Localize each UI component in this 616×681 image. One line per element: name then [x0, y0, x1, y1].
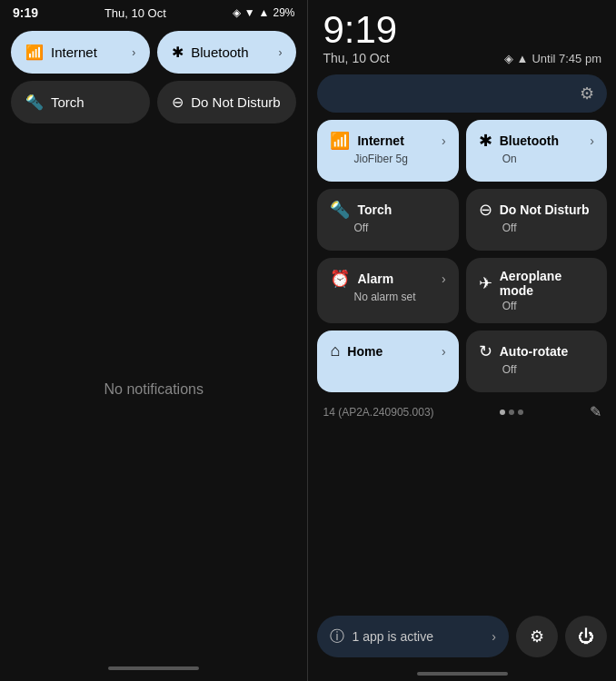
plane-icon: ✈ [479, 273, 492, 293]
qs-bluetooth-sub: On [479, 153, 594, 165]
dot-2 [509, 410, 514, 415]
qs-tile-home[interactable]: ⌂ Home › [317, 331, 458, 392]
until-text: Until 7:45 pm [532, 52, 601, 65]
no-notifications-text: No notifications [104, 381, 204, 398]
left-tile-bluetooth[interactable]: ✱ Bluetooth › [157, 31, 296, 74]
bottom-bar: ⓘ 1 app is active › ⚙ ⏻ [317, 608, 607, 666]
alarm-icon: ⏰ [330, 269, 350, 289]
qs-tile-autorotate[interactable]: ↻ Auto-rotate Off [466, 331, 607, 392]
qs-torch-title: Torch [357, 202, 392, 217]
bluetooth-icon: ✱ [479, 131, 492, 151]
settings-button[interactable]: ⚙ [516, 616, 558, 657]
edit-icon[interactable]: ✎ [590, 403, 601, 420]
left-tile-internet-label: Internet [51, 44, 124, 60]
active-app-text: 1 app is active [352, 629, 484, 644]
settings-gear-icon[interactable]: ⚙ [580, 84, 594, 104]
chevron-right-icon: › [492, 629, 496, 644]
chevron-right-icon: › [132, 46, 135, 59]
torch-icon: 🔦 [330, 200, 350, 220]
qs-aeroplane-title: Aeroplane mode [500, 269, 594, 298]
battery-text: 29% [273, 6, 294, 19]
chevron-right-icon: › [590, 133, 594, 148]
dnd-icon: ⊖ [172, 94, 184, 111]
wifi-icon: 📶 [25, 44, 44, 61]
qs-bluetooth-title: Bluetooth [500, 133, 559, 148]
qs-dnd-title: Do Not Disturb [500, 202, 590, 217]
notification-area: No notifications [0, 123, 307, 656]
dot-1 [500, 410, 505, 415]
torch-icon: 🔦 [25, 94, 44, 111]
alarm-until-icon: ◈ [504, 52, 513, 65]
left-time: 9:19 [13, 5, 38, 20]
power-icon: ⏻ [578, 627, 594, 646]
right-time: 9:19 [317, 0, 607, 49]
vpn-icon: ◈ [233, 6, 241, 19]
chevron-right-icon: › [278, 46, 282, 59]
wifi-status-icon: ▲ [517, 52, 529, 65]
chevron-right-icon: › [442, 133, 446, 148]
gear-icon: ⚙ [530, 627, 544, 646]
dots-row [500, 410, 523, 415]
home-bar [108, 666, 199, 670]
home-bar [417, 672, 508, 676]
chevron-right-icon: › [442, 344, 446, 359]
qs-internet-title: Internet [357, 133, 403, 148]
right-date-row: Thu, 10 Oct ◈ ▲ Until 7:45 pm [317, 49, 607, 71]
right-until: ◈ ▲ Until 7:45 pm [504, 52, 601, 65]
qs-tile-torch[interactable]: 🔦 Torch Off [317, 189, 458, 251]
info-icon: ⓘ [330, 627, 344, 646]
left-tile-dnd-label: Do Not Disturb [191, 94, 282, 110]
qs-tile-aeroplane[interactable]: ✈ Aeroplane mode Off [466, 258, 607, 323]
active-app-pill[interactable]: ⓘ 1 app is active › [317, 616, 509, 657]
left-status-date: Thu, 10 Oct [104, 6, 166, 20]
qs-internet-sub: JioFiber 5g [330, 153, 445, 165]
qs-aeroplane-sub: Off [479, 300, 594, 312]
search-bar[interactable]: ⚙ [317, 74, 607, 113]
qs-autorotate-sub: Off [479, 363, 594, 376]
home-icon: ⌂ [330, 341, 340, 360]
qs-alarm-sub: No alarm set [330, 291, 445, 303]
qs-autorotate-title: Auto-rotate [500, 344, 568, 359]
build-text: 14 (AP2A.240905.003) [323, 406, 433, 419]
qs-tile-bluetooth[interactable]: ✱ Bluetooth › On [466, 120, 607, 182]
left-panel: 9:19 Thu, 10 Oct ◈ ▼ ▲ 29% 📶 Internet › … [0, 0, 307, 681]
build-row: 14 (AP2A.240905.003) ✎ [317, 400, 607, 428]
wifi-icon: ▲ [259, 6, 270, 19]
left-home-indicator [0, 656, 307, 681]
left-tile-internet[interactable]: 📶 Internet › [11, 31, 150, 74]
dnd-icon: ⊖ [479, 200, 492, 220]
qs-home-title: Home [347, 344, 383, 359]
left-tile-bluetooth-label: Bluetooth [191, 44, 271, 60]
qs-torch-sub: Off [330, 222, 445, 234]
chevron-right-icon: › [442, 271, 446, 286]
qs-alarm-title: Alarm [357, 271, 393, 286]
right-date: Thu, 10 Oct [323, 51, 389, 65]
qs-tile-dnd[interactable]: ⊖ Do Not Disturb Off [466, 189, 607, 251]
power-button[interactable]: ⏻ [565, 616, 607, 657]
wifi-icon: 📶 [330, 131, 350, 151]
left-tile-torch[interactable]: 🔦 Torch [11, 81, 150, 123]
left-tile-dnd[interactable]: ⊖ Do Not Disturb [157, 81, 296, 123]
left-status-icons: ◈ ▼ ▲ 29% [233, 6, 295, 19]
qs-tile-alarm[interactable]: ⏰ Alarm › No alarm set [317, 258, 458, 323]
left-tile-torch-label: Torch [51, 94, 135, 110]
qs-dnd-sub: Off [479, 222, 594, 234]
dot-3 [518, 410, 523, 415]
qs-tile-internet[interactable]: 📶 Internet › JioFiber 5g [317, 120, 458, 182]
signal-icon: ▼ [244, 6, 255, 19]
right-panel: 9:19 Thu, 10 Oct ◈ ▲ Until 7:45 pm ⚙ 📶 I… [308, 0, 616, 681]
left-quick-tiles: 📶 Internet › ✱ Bluetooth › 🔦 Torch ⊖ Do … [0, 24, 307, 123]
rotate-icon: ↻ [479, 341, 492, 361]
right-home-indicator [317, 666, 607, 681]
qs-grid: 📶 Internet › JioFiber 5g ✱ Bluetooth › O… [317, 120, 607, 400]
left-status-bar: 9:19 Thu, 10 Oct ◈ ▼ ▲ 29% [0, 0, 307, 24]
bluetooth-icon: ✱ [172, 44, 184, 61]
